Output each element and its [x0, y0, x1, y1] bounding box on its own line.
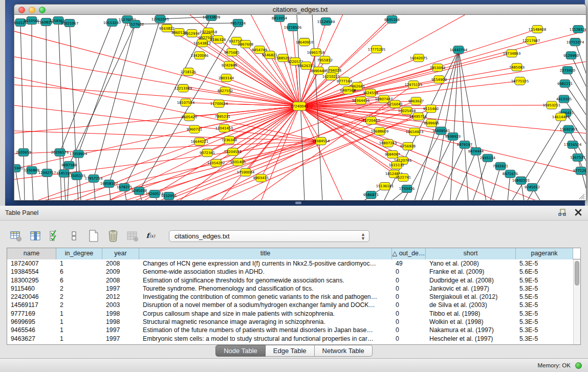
table-cell: 0 — [392, 268, 426, 276]
float-panel-icon[interactable] — [557, 208, 567, 217]
graph-node-label: 12342757 — [38, 171, 56, 175]
column-header-pagerank[interactable]: pagerank — [516, 248, 573, 259]
graph-node-label: 16033809 — [203, 15, 221, 19]
table-cell: 1 — [56, 318, 102, 326]
memory-ok-icon — [575, 362, 582, 369]
show-columns-icon[interactable] — [29, 229, 42, 243]
table-row[interactable]: 977716911998Corpus callosum shape and si… — [7, 310, 573, 318]
graph-node-label: 7895231 — [215, 115, 230, 119]
graph-node-label: 2803144 — [219, 76, 234, 80]
table-cell: Embryonic stem cells: a model to study s… — [139, 335, 392, 343]
table-row[interactable]: 946362711997Embryonic stem cells: a mode… — [7, 335, 573, 343]
table-row[interactable]: 2242004622012Investigating the contribut… — [7, 293, 573, 301]
graph-node-label: 16409541 — [432, 129, 450, 133]
table-cell: de Silva et al. (2003) — [426, 301, 516, 309]
graph-node-label: 1167531 — [570, 156, 585, 160]
function-builder-icon[interactable]: f (x) — [145, 229, 159, 243]
graph-node-label: 9360721 — [187, 127, 202, 132]
delete-table-icon[interactable] — [106, 229, 120, 243]
table-row[interactable]: 1456911722003Disruption of a novel membe… — [7, 301, 573, 309]
graph-node-label: 7857224 — [230, 21, 246, 26]
graph-node-label: 7853093 — [430, 66, 445, 70]
memory-status-label: Memory: OK — [537, 359, 571, 372]
table-selector-dropdown[interactable]: citations_edges.txt ▲▼ — [169, 230, 369, 242]
table-panel: Table Panel — [0, 206, 588, 358]
graph-node-label: 9245038 — [132, 189, 147, 193]
graph-edge — [15, 168, 20, 200]
panel-title: Table Panel — [5, 206, 38, 220]
table-vertical-scrollbar[interactable] — [573, 259, 580, 344]
graph-node-label: 18807243 — [379, 141, 397, 145]
graph-edge — [82, 141, 321, 200]
table-settings-icon[interactable] — [9, 229, 23, 243]
graph-node-label: 9586871 — [363, 193, 379, 197]
column-header-in_degree[interactable]: in_degree — [56, 248, 102, 259]
close-panel-icon[interactable] — [574, 208, 583, 217]
column-header-out_degree[interactable]: △ out_de… — [392, 248, 426, 259]
graph-node-label: 2522741 — [396, 176, 411, 180]
graph-node-label: 4413105 — [556, 97, 572, 101]
table-cell: 2012 — [102, 293, 139, 301]
table-panel-header: Table Panel — [0, 206, 588, 221]
table-cell: 0 — [392, 326, 426, 334]
graph-node-label: 9115460 — [423, 107, 439, 111]
graph-node-label: 7955812 — [317, 58, 333, 62]
column-header-title[interactable]: title — [139, 248, 392, 259]
table-cell: 0 — [392, 285, 426, 293]
graph-edge — [459, 50, 468, 200]
graph-edge — [24, 152, 25, 200]
table-cell: 22420046 — [7, 293, 56, 301]
graph-node-label: 18775105 — [511, 79, 529, 83]
table-row[interactable]: 1938455462009Genome-wide association stu… — [7, 268, 573, 276]
network-view-window[interactable]: citations_edges.txt 17240041193845541850… — [14, 4, 586, 201]
graph-edge — [69, 24, 135, 165]
column-header-name[interactable]: name — [7, 248, 56, 259]
table-cell: 1997 — [102, 326, 139, 334]
graph-node-label: 9938923 — [445, 135, 461, 139]
window-titlebar[interactable]: citations_edges.txt — [14, 4, 586, 15]
table-cell: 1 — [56, 310, 102, 318]
graph-node-label: 10688609 — [371, 129, 389, 134]
tab-network-table[interactable]: Network Table — [315, 345, 373, 357]
graph-node-label: 19654923 — [406, 130, 424, 134]
scrollbar-thumb[interactable] — [575, 261, 579, 286]
table-cell: Estimation of significance thresholds fo… — [139, 276, 392, 285]
table-selector-value: citations_edges.txt — [175, 231, 230, 242]
table-row[interactable]: 1872400712008Changes of HCN gene express… — [7, 259, 573, 268]
graph-node-label: 11548408 — [529, 28, 547, 32]
table-row[interactable]: 1830029562008Estimation of significance … — [7, 276, 573, 285]
graph-node-label: 16644221 — [191, 140, 209, 144]
graph-node-label: 1733426 — [399, 187, 415, 191]
graph-node-label: 9154909 — [431, 78, 447, 82]
tab-edge-table[interactable]: Edge Table — [266, 345, 315, 357]
graph-node-label: 12213389 — [175, 86, 192, 91]
network-graph[interactable]: 1724004119384554185012549610566156082361… — [14, 15, 586, 200]
select-columns-icon[interactable] — [48, 229, 61, 243]
graph-node-label: 16442794 — [450, 48, 468, 52]
splitter-handle[interactable] — [295, 202, 301, 204]
graph-node-label: 20021067 — [61, 21, 79, 26]
table-cell: 5.3E-5 — [516, 326, 573, 334]
column-header-year[interactable]: year — [102, 248, 139, 259]
graph-node-label: 18107554 — [177, 101, 195, 105]
graph-node-label: 23420046 — [191, 54, 209, 58]
resize-grip-icon[interactable] — [579, 194, 584, 199]
graph-node-label: 17240041 — [291, 104, 309, 108]
graph-node-label: 3624554 — [363, 91, 378, 95]
row-height-icon[interactable] — [68, 229, 81, 243]
create-table-icon[interactable] — [87, 229, 100, 243]
column-header-short[interactable]: short — [426, 248, 516, 259]
network-canvas[interactable]: 1724004119384554185012549610566156082361… — [14, 15, 586, 201]
table-cell: Changes of HCN gene expression and I(f) … — [139, 259, 392, 268]
table-row[interactable]: 946554611997Estimation of the future num… — [7, 326, 573, 334]
table-row[interactable]: 969969511998Structural magnetic resonanc… — [7, 318, 573, 326]
graph-edge — [189, 106, 299, 117]
table-cell: 1998 — [102, 310, 139, 318]
graph-edge — [46, 22, 47, 173]
table-cell: 1 — [56, 335, 102, 343]
tab-node-table[interactable]: Node Table — [215, 345, 266, 357]
graph-edge — [223, 106, 299, 116]
table-cell: 5.9E-5 — [516, 276, 573, 285]
table-row[interactable]: 911546021997Tourette syndrome. Phenomeno… — [7, 285, 573, 293]
graph-node-label: 15692391 — [560, 127, 578, 132]
